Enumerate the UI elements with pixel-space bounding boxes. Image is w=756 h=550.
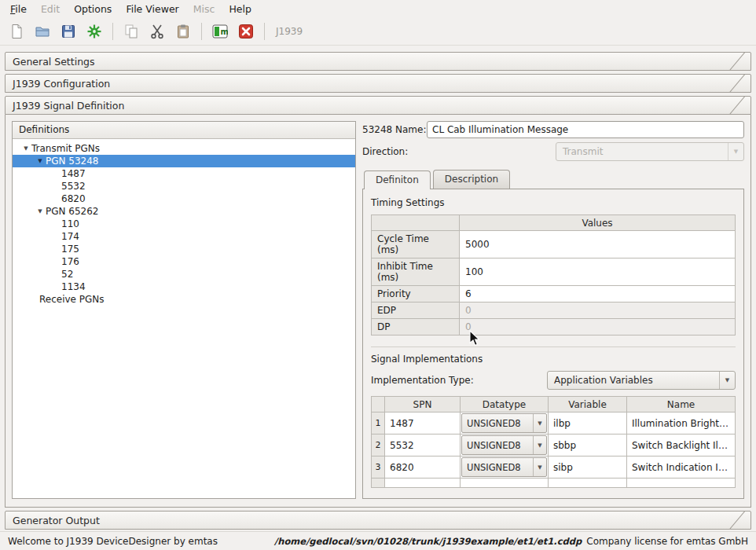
emtas-m-icon: m bbox=[212, 24, 228, 39]
tree-item-spn-174[interactable]: 174 bbox=[13, 230, 355, 243]
timing-header-values: Values bbox=[460, 215, 736, 231]
menu-options[interactable]: Options bbox=[67, 1, 119, 17]
name-cell[interactable]: Switch Backlight Illu… bbox=[627, 434, 736, 456]
paste-button[interactable] bbox=[171, 20, 195, 42]
open-button[interactable] bbox=[31, 20, 54, 42]
menu-edit: Edit bbox=[34, 1, 67, 17]
pgn-name-input[interactable] bbox=[427, 121, 744, 138]
tree-item-spn-52[interactable]: 52 bbox=[13, 268, 355, 280]
signal-implementations-title: Signal Implementations bbox=[371, 354, 736, 365]
tree-item-spn-1487[interactable]: 1487 bbox=[13, 167, 355, 180]
tree-item-pgn-53248[interactable]: ▼ PGN 53248 bbox=[13, 155, 355, 167]
chevron-down-icon: ▼ bbox=[533, 414, 546, 432]
tree-item-label: 175 bbox=[61, 244, 79, 255]
section-label: J1939 Configuration bbox=[13, 78, 110, 90]
copy-button[interactable] bbox=[119, 20, 143, 42]
delete-button[interactable] bbox=[234, 20, 258, 42]
timing-row-label: Inhibit Time (ms) bbox=[372, 258, 460, 286]
name-cell[interactable] bbox=[627, 478, 736, 488]
tab-definition[interactable]: Definiton bbox=[364, 170, 431, 189]
menu-help[interactable]: Help bbox=[222, 1, 259, 17]
tree-item-spn-1134[interactable]: 1134 bbox=[13, 280, 355, 293]
table-row: EDP 0 bbox=[372, 302, 736, 319]
expander-icon[interactable]: ▼ bbox=[35, 158, 46, 164]
tree-item-label: 110 bbox=[61, 218, 79, 229]
table-row-empty bbox=[372, 478, 736, 488]
toolbar-separator bbox=[201, 23, 202, 40]
open-folder-icon bbox=[35, 24, 50, 39]
svg-text:m: m bbox=[221, 28, 229, 36]
menu-file-viewer[interactable]: File Viewer bbox=[119, 1, 185, 17]
variable-cell[interactable]: sbbp bbox=[549, 434, 627, 456]
direction-select[interactable]: Transmit ▼ bbox=[556, 142, 744, 161]
tree-item-spn-110[interactable]: 110 bbox=[13, 218, 355, 230]
spn-cell[interactable] bbox=[385, 478, 461, 488]
datatype-select[interactable]: UNSIGNED8 ▼ bbox=[461, 435, 547, 455]
row-number[interactable]: 1 bbox=[372, 412, 385, 434]
accordion-stack: General Settings J1939 Configuration J19… bbox=[0, 46, 756, 530]
tree-item-label: 174 bbox=[61, 231, 79, 242]
new-file-button[interactable] bbox=[5, 20, 28, 42]
row-number[interactable]: 2 bbox=[372, 434, 385, 456]
section-label: J1939 Signal Definition bbox=[13, 100, 124, 112]
save-button[interactable] bbox=[57, 20, 80, 42]
generate-button[interactable] bbox=[83, 20, 106, 42]
datatype-select[interactable]: UNSIGNED8 ▼ bbox=[461, 413, 547, 433]
section-j1939-configuration[interactable]: J1939 Configuration bbox=[5, 74, 751, 93]
table-row: 1 1487 UNSIGNED8 ▼ ilbp Illumination Bri… bbox=[372, 412, 736, 434]
variable-cell[interactable]: ilbp bbox=[549, 412, 627, 434]
tree-item-spn-175[interactable]: 175 bbox=[13, 243, 355, 255]
name-cell[interactable]: Illumination Brightnes… bbox=[627, 412, 736, 434]
tree-item-label: 6820 bbox=[61, 193, 86, 204]
tree-item-spn-176[interactable]: 176 bbox=[13, 255, 355, 268]
definition-tab-panel: Timing Settings Values Cycle Time (ms) 5… bbox=[362, 189, 744, 499]
definitions-panel: Definitions ▼ Transmit PGNs ▼ PGN 53248 … bbox=[12, 121, 356, 499]
detail-tabs: Definiton Description bbox=[362, 170, 744, 189]
section-label: General Settings bbox=[13, 56, 95, 68]
table-row: Inhibit Time (ms) 100 bbox=[372, 258, 736, 286]
inhibit-time-value[interactable]: 100 bbox=[460, 258, 736, 286]
tab-description[interactable]: Description bbox=[433, 170, 510, 189]
priority-value[interactable]: 6 bbox=[460, 286, 736, 302]
section-generator-output[interactable]: Generator Output bbox=[5, 511, 751, 530]
tree-item-transmit-pgns[interactable]: ▼ Transmit PGNs bbox=[13, 142, 355, 155]
spn-cell[interactable]: 6820 bbox=[385, 456, 461, 478]
signal-implementations-section: Signal Implementations Implementation Ty… bbox=[371, 346, 736, 488]
name-cell[interactable]: Switch Indication Illu… bbox=[627, 456, 736, 478]
datatype-select[interactable]: UNSIGNED8 ▼ bbox=[461, 457, 547, 477]
tree-item-label: 176 bbox=[61, 256, 79, 267]
row-number[interactable] bbox=[372, 478, 385, 488]
variable-cell[interactable]: sibp bbox=[549, 456, 627, 478]
section-j1939-signal-definition[interactable]: J1939 Signal Definition bbox=[5, 96, 751, 115]
datatype-cell[interactable] bbox=[461, 478, 549, 488]
cut-button[interactable] bbox=[145, 20, 169, 42]
tree-item-label: 1487 bbox=[61, 168, 86, 179]
tree-item-receive-pgns[interactable]: Receive PGNs bbox=[13, 293, 355, 306]
row-number[interactable]: 3 bbox=[372, 456, 385, 478]
tree-item-spn-5532[interactable]: 5532 bbox=[13, 180, 355, 192]
emtas-tool-button[interactable]: m bbox=[208, 20, 232, 42]
cycle-time-value[interactable]: 5000 bbox=[460, 231, 736, 258]
tree-item-label: Receive PGNs bbox=[39, 294, 105, 305]
tree-item-label: PGN 65262 bbox=[46, 206, 99, 217]
implementation-type-select[interactable]: Application Variables ▼ bbox=[547, 371, 736, 390]
license-text: Company license for emtas GmbH bbox=[586, 536, 748, 547]
spn-cell[interactable]: 1487 bbox=[385, 412, 461, 434]
section-general-settings[interactable]: General Settings bbox=[5, 52, 751, 71]
spn-cell[interactable]: 5532 bbox=[385, 434, 461, 456]
dp-value: 0 bbox=[460, 319, 736, 336]
section-label: Generator Output bbox=[13, 515, 100, 526]
menu-bar: File Edit Options File Viewer Misc Help bbox=[0, 0, 756, 17]
expander-icon[interactable]: ▼ bbox=[20, 145, 31, 152]
expander-icon[interactable]: ▼ bbox=[35, 208, 46, 214]
tree-item-pgn-65262[interactable]: ▼ PGN 65262 bbox=[13, 205, 355, 218]
edp-value: 0 bbox=[460, 302, 736, 319]
timing-header-blank bbox=[372, 215, 460, 231]
table-row: Cycle Time (ms) 5000 bbox=[372, 231, 736, 258]
menu-file[interactable]: File bbox=[3, 1, 34, 17]
direction-value: Transmit bbox=[563, 146, 728, 157]
chevron-down-icon: ▼ bbox=[533, 458, 546, 476]
variable-cell[interactable] bbox=[549, 478, 627, 488]
timing-table: Values Cycle Time (ms) 5000 Inhibit Time… bbox=[371, 214, 736, 336]
tree-item-spn-6820[interactable]: 6820 bbox=[13, 192, 355, 205]
